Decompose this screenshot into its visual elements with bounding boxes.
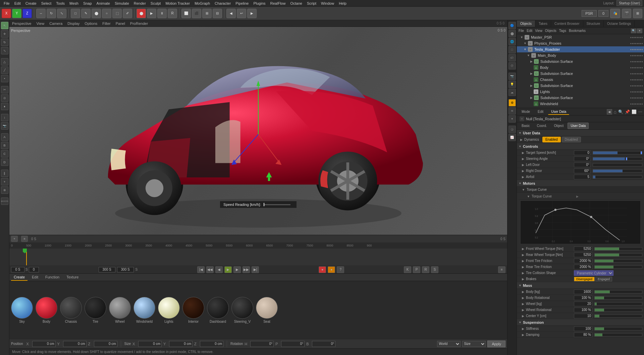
search-icon[interactable]: 🔍 <box>631 29 636 33</box>
mode-maximize[interactable]: ⬜ <box>632 109 637 114</box>
render-region[interactable]: R <box>168 9 177 18</box>
wheel-kg-slider[interactable] <box>594 302 642 306</box>
paint-tool[interactable]: ⬤ <box>92 9 101 18</box>
ri-particle[interactable]: ✦ <box>508 115 516 123</box>
ri-dynamics[interactable]: ⚙ <box>508 99 516 106</box>
y-pos-input[interactable] <box>63 341 87 347</box>
edit-tool[interactable]: ✐ <box>123 9 132 18</box>
timeline-menu[interactable]: ≡ <box>21 236 28 242</box>
left-door-input[interactable] <box>574 163 591 167</box>
cb-tab-edit[interactable]: Edit <box>29 274 41 281</box>
solo-mode[interactable]: ? <box>337 266 344 273</box>
h-rot-input[interactable] <box>250 341 274 347</box>
material-tire[interactable]: Tire <box>85 297 106 323</box>
section-controls[interactable]: ▼ Controls <box>517 143 644 150</box>
target-speed-slider[interactable] <box>593 151 642 154</box>
torque-curve-edit[interactable]: ▶ <box>576 195 579 198</box>
brush-tool[interactable]: ✎ <box>81 9 91 18</box>
mode-dots[interactable]: ⋯ <box>638 109 642 114</box>
tab-content-browser[interactable]: Content Browser <box>551 20 583 27</box>
nav-prev[interactable]: ◀ <box>226 9 236 18</box>
layout-2vp[interactable]: ⬛ <box>192 9 201 18</box>
rear-torque-input[interactable] <box>574 253 592 257</box>
wheel-kg-input[interactable] <box>574 302 592 306</box>
expand-main-body[interactable]: ▼ <box>527 54 530 57</box>
menu-tools[interactable]: Tools <box>54 1 67 6</box>
goto-start[interactable]: |◀ <box>197 266 205 273</box>
tool-measure[interactable]: ↕ <box>1 114 8 121</box>
tool-edge[interactable]: ╱ <box>1 66 8 74</box>
front-torque-input[interactable] <box>574 247 592 251</box>
hierarchy-subdiv-lights[interactable]: ▶ □ Subdivision Surface ●●●●●●●● <box>517 83 644 89</box>
p-rot-input[interactable] <box>281 341 305 347</box>
timeline-expand[interactable]: ≡ <box>498 266 505 273</box>
tab-octane-settings[interactable]: Octane Settings <box>604 20 635 27</box>
scale-tool[interactable]: ⤡ <box>57 9 66 18</box>
tool-e[interactable]: ∥ <box>1 170 8 177</box>
center-y-input[interactable] <box>574 314 592 318</box>
tab-user-data[interactable]: User Data <box>568 123 589 129</box>
key-all[interactable]: K <box>404 266 411 273</box>
extrude-tool[interactable]: ⬚ <box>112 9 122 18</box>
viewport-panel[interactable]: Panel <box>116 21 125 26</box>
mode-prev[interactable]: ◀ <box>607 109 612 115</box>
center-y-slider[interactable] <box>594 314 642 318</box>
tool-move[interactable]: ✛ <box>1 30 8 38</box>
menu-realflow[interactable]: RealFlow <box>268 1 288 6</box>
mode-home[interactable]: ⌂ <box>614 109 616 115</box>
ri-cloth[interactable]: ≋ <box>508 107 516 115</box>
mode-btn-x[interactable]: X <box>2 9 11 18</box>
ht-bookmarks[interactable]: Bookmarks <box>569 29 586 33</box>
tool-d[interactable]: D <box>1 159 8 166</box>
timeline-add[interactable]: + <box>11 236 18 242</box>
qr-icon[interactable]: ⊞ <box>633 9 642 18</box>
cb-tab-function[interactable]: Function <box>43 274 62 281</box>
end-frame-input[interactable] <box>99 267 115 272</box>
hierarchy-master-psr[interactable]: ▼ ○ Master_PSR ●●●●●●●● <box>517 34 644 40</box>
hierarchy-subdiv-chassis[interactable]: ▶ □ Subdivision Surface ●●●●●●●● <box>517 71 644 77</box>
apply-button[interactable]: Apply <box>487 341 505 347</box>
ht-file[interactable]: File <box>519 29 524 33</box>
material-seat[interactable]: Seat <box>256 297 278 323</box>
menu-snap[interactable]: Snap <box>81 1 94 6</box>
left-door-slider[interactable] <box>593 163 642 167</box>
layout-selector[interactable]: Startup (User) <box>616 0 642 6</box>
next-frame[interactable]: ▶▶ <box>243 266 250 273</box>
mode-userdata[interactable]: User Data <box>548 109 569 115</box>
front-friction-input[interactable] <box>574 259 592 263</box>
cb-tab-create[interactable]: Create <box>11 274 28 281</box>
tool-rotate[interactable]: ↻ <box>1 39 8 46</box>
hierarchy-subdiv-body[interactable]: ▶ □ Subdivision Surface ●●●●●●●● <box>517 58 644 64</box>
next-key[interactable]: ▶ <box>233 266 241 273</box>
brakes-disengaged-btn[interactable]: Disengaged <box>574 277 595 281</box>
hierarchy-windshield-mesh[interactable]: △ Windshield ●●●●●●●● <box>517 101 644 107</box>
cb-tab-texture[interactable]: Texture <box>64 274 81 281</box>
ri-timeline[interactable]: ◶ <box>508 126 516 133</box>
material-steering[interactable]: Steering_V <box>231 297 253 323</box>
tool-poly[interactable]: △ <box>1 58 8 65</box>
ctrl-pt1[interactable] <box>554 209 556 211</box>
expand-tesla[interactable]: ▼ <box>524 48 527 51</box>
menu-window[interactable]: Window <box>319 1 336 6</box>
mode-btn-z[interactable]: Z <box>22 9 32 18</box>
tool-brush[interactable]: ♦ <box>1 103 8 110</box>
size-mode-select[interactable]: Size Scale <box>462 341 486 347</box>
ht-objects[interactable]: Objects <box>545 29 556 33</box>
nav-next[interactable]: ▶ <box>247 9 257 18</box>
tab-coord[interactable]: Coord. <box>534 123 550 129</box>
tire-collision-select[interactable]: Parametric Cylinder <box>574 270 613 276</box>
hierarchy-lights[interactable]: ○ Lights ●●●●●●●● <box>517 89 644 95</box>
ht-edit[interactable]: Edit <box>527 29 532 33</box>
current-frame-input[interactable] <box>11 267 24 272</box>
menu-animate[interactable]: Animate <box>95 1 112 6</box>
right-door-slider[interactable] <box>593 169 642 173</box>
section-suspension[interactable]: ▼ Suspension <box>517 319 644 326</box>
airfoil-slider[interactable] <box>593 175 642 179</box>
frame-num-input[interactable] <box>29 267 39 272</box>
material-interior[interactable]: Interior <box>182 297 204 323</box>
x-size-input[interactable] <box>138 341 162 347</box>
tool-select[interactable]: ↖ <box>1 22 8 29</box>
material-dashboard[interactable]: Dashboard <box>207 297 229 323</box>
viewport-prorender[interactable]: ProRender <box>130 21 148 26</box>
ri-sky[interactable]: ☁ <box>508 89 516 96</box>
